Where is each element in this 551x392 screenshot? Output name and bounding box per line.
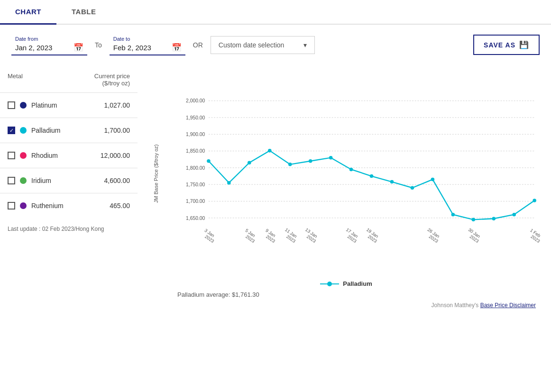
svg-point-30 [492,217,496,220]
chart-legend: Palladium [149,280,543,287]
metal-row-palladium: Palladium1,700.00 [0,118,138,143]
save-icon: 💾 [519,40,529,49]
metal-price-rhodium: 12,000.00 [101,152,130,159]
chart-area: JM Base Price ($/troy oz) 2,000.001,950.… [138,65,551,312]
chart-container: 2,000.001,950.001,900.001,850.001,800.00… [177,73,543,276]
metal-price-iridium: 4,600.00 [104,177,130,184]
date-from-value: Jan 2, 2023 [15,44,52,52]
custom-date-select[interactable]: Custom date selection ▾ [211,36,315,54]
disclaimer-link[interactable]: Base Price Disclaimer [480,302,536,309]
disclaimer: Johnson Matthey's Base Price Disclaimer [149,298,543,312]
checkbox-rhodium[interactable] [8,152,15,159]
metal-row-platinum: Platinum1,027.00 [0,93,138,118]
checkbox-ruthenium[interactable] [8,202,15,210]
svg-point-27 [431,178,435,182]
dot-ruthenium [20,202,27,209]
date-to-value: Feb 2, 2023 [113,44,151,52]
metal-name-ruthenium: Ruthenium [31,202,105,210]
checkbox-platinum[interactable] [8,101,15,109]
svg-point-28 [451,213,455,217]
calendar-to-icon[interactable]: 📅 [172,43,182,53]
svg-text:2,000.00: 2,000.00 [186,98,205,103]
chart-wrapper: JM Base Price ($/troy oz) 2,000.001,950.… [149,73,543,276]
tab-chart[interactable]: CHART [0,0,56,25]
svg-text:1,800.00: 1,800.00 [186,165,205,171]
svg-point-20 [288,163,292,166]
metal-name-palladium: Palladium [31,127,100,134]
svg-point-16 [207,159,211,163]
tabs-container: CHART TABLE [0,0,551,25]
custom-date-select-label: Custom date selection [219,41,285,49]
checkbox-palladium[interactable] [8,127,15,134]
svg-point-31 [512,213,516,217]
dot-rhodium [20,152,27,159]
svg-point-24 [370,174,374,178]
chart-svg: 2,000.001,950.001,900.001,850.001,800.00… [177,73,543,276]
col-metal-header: Metal [8,73,94,87]
disclaimer-text: Johnson Matthey's [432,302,480,309]
svg-point-25 [390,180,394,184]
save-as-label: SAVE AS [484,41,515,49]
svg-point-32 [533,199,536,202]
or-label: OR [193,41,203,49]
svg-point-21 [309,159,312,163]
date-to-label: Date to [113,36,182,42]
metal-price-palladium: 1,700.00 [104,127,130,134]
save-as-button[interactable]: SAVE AS 💾 [473,35,540,55]
dot-platinum [20,102,27,109]
svg-point-54 [327,282,332,286]
metal-name-platinum: Platinum [31,101,100,109]
chevron-down-icon: ▾ [303,41,307,49]
y-axis-title: JM Base Price ($/troy oz) [153,146,159,203]
metal-name-rhodium: Rhodium [31,152,96,159]
svg-point-18 [248,161,251,165]
svg-text:1,650.00: 1,650.00 [186,216,205,221]
metal-row-ruthenium: Ruthenium465.00 [0,193,138,218]
metal-price-platinum: 1,027.00 [104,101,130,109]
average-text: Palladium average: $1,761.30 [149,291,543,298]
metal-row-rhodium: Rhodium12,000.00 [0,143,138,168]
metal-rows-container: Platinum1,027.00Palladium1,700.00Rhodium… [0,93,138,218]
metal-name-iridium: Iridium [31,177,100,184]
svg-point-19 [268,149,272,153]
svg-point-23 [349,168,353,172]
metals-sidebar: Metal Current price($/troy oz) Platinum1… [0,65,138,312]
to-separator: To [95,41,102,49]
calendar-from-icon[interactable]: 📅 [73,43,83,53]
svg-text:1,850.00: 1,850.00 [186,148,205,154]
legend-line-svg [320,281,339,287]
tab-table[interactable]: TABLE [56,0,111,25]
svg-point-26 [411,186,414,190]
legend-label: Palladium [343,280,372,287]
date-from-label: Date from [15,36,83,42]
svg-point-29 [472,218,476,222]
svg-point-22 [329,156,333,160]
svg-text:1,750.00: 1,750.00 [186,182,205,187]
date-from-field[interactable]: Date from Jan 2, 2023 📅 [11,34,87,55]
metal-price-ruthenium: 465.00 [110,202,130,210]
date-to-field[interactable]: Date to Feb 2, 2023 📅 [110,34,185,55]
checkbox-iridium[interactable] [8,177,15,184]
svg-point-17 [227,181,231,185]
sidebar-header: Metal Current price($/troy oz) [0,73,138,93]
metal-row-iridium: Iridium4,600.00 [0,168,138,193]
svg-text:1,950.00: 1,950.00 [186,115,205,120]
dot-iridium [20,177,27,184]
svg-text:1,700.00: 1,700.00 [186,199,205,204]
controls-bar: Date from Jan 2, 2023 📅 To Date to Feb 2… [0,25,551,65]
svg-text:1,900.00: 1,900.00 [186,132,205,137]
main-content: Metal Current price($/troy oz) Platinum1… [0,65,551,312]
dot-palladium [20,127,27,134]
col-price-header: Current price($/troy oz) [94,73,130,87]
last-update-text: Last update : 02 Feb 2023/Hong Kong [0,218,138,232]
